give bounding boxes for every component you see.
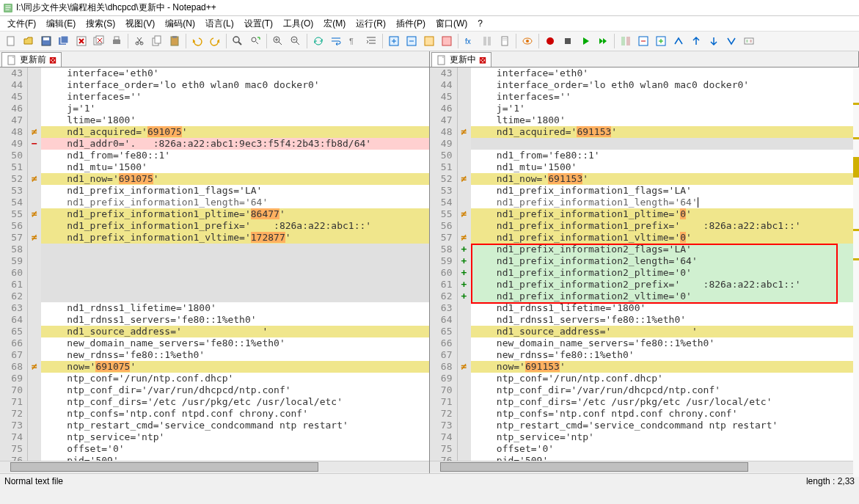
toolbar-cmp4-icon[interactable]: [670, 33, 687, 49]
code-line[interactable]: 45 interfaces='': [0, 91, 429, 103]
code-line[interactable]: 58+ nd1_prefix_information2_flags='LA': [430, 244, 859, 255]
toolbar-cut-icon[interactable]: [131, 33, 147, 49]
toolbar-sync-icon[interactable]: [310, 33, 326, 49]
code-line[interactable]: 73 ntp_restart_cmd='service_condcommand …: [0, 420, 429, 431]
menu-bar[interactable]: 文件(F) 编辑(E) 搜索(S) 视图(V) 编码(N) 语言(L) 设置(T…: [0, 16, 859, 31]
toolbar-docmap-icon[interactable]: [497, 33, 513, 49]
code-line[interactable]: 71 ntp_conf_dirs='/etc /usr/pkg/etc /usr…: [0, 396, 429, 408]
code-line[interactable]: 74 ntp_service='ntp': [0, 431, 429, 443]
menu-window[interactable]: 窗口(W): [431, 16, 472, 32]
code-line[interactable]: 43 interface='eth0': [0, 67, 429, 79]
code-line[interactable]: 68≠ now='691153': [430, 361, 859, 373]
code-line[interactable]: 76 pid='509': [430, 455, 859, 461]
code-line[interactable]: 50 nd1_from='fe80::1': [0, 150, 429, 161]
toolbar-stop-icon[interactable]: [560, 33, 576, 49]
code-line[interactable]: 72 ntp_confs='ntp.conf ntpd.conf chrony.…: [0, 408, 429, 420]
toolbar-cmp2-icon[interactable]: [635, 33, 651, 49]
toolbar-fold-icon[interactable]: [386, 33, 402, 49]
code-line[interactable]: 59+ nd1_prefix_information2_length='64': [430, 255, 859, 267]
code-line[interactable]: 56 nd1_prefix_information1_prefix=' :826…: [430, 220, 859, 232]
toolbar-eye-icon[interactable]: [519, 33, 535, 49]
code-line[interactable]: 73 ntp_restart_cmd='service_condcommand …: [430, 420, 859, 431]
code-line[interactable]: 51 nd1_mtu='1500': [0, 161, 429, 173]
code-line[interactable]: 53 nd1_prefix_information1_flags='LA': [430, 185, 859, 197]
overview-ruler[interactable]: [853, 67, 859, 477]
toolbar-unfold-icon[interactable]: [403, 33, 420, 49]
close-icon[interactable]: ⊠: [479, 55, 486, 65]
toolbar-cmp1-icon[interactable]: [618, 33, 634, 49]
code-line[interactable]: 45 interfaces='': [430, 91, 859, 103]
toolbar-zoomin-icon[interactable]: [270, 33, 286, 49]
toolbar-new-icon[interactable]: [3, 33, 19, 49]
toolbar-fastplay-icon[interactable]: [595, 33, 611, 49]
code-line[interactable]: 43 interface='eth0': [430, 67, 859, 79]
code-line[interactable]: 68≠ now='691075': [0, 361, 429, 373]
close-icon[interactable]: ⊠: [49, 55, 56, 65]
toolbar-copy-icon[interactable]: [149, 33, 165, 49]
toolbar-wrap-icon[interactable]: [328, 33, 344, 49]
code-line[interactable]: 48≠ nd1_acquired='691075': [0, 126, 429, 138]
code-line[interactable]: 48≠ nd1_acquired='691153': [430, 126, 859, 138]
menu-run[interactable]: 运行(R): [351, 16, 390, 32]
code-line[interactable]: 63 nd1_rdnss1_lifetime='1800': [430, 302, 859, 314]
code-line[interactable]: 46 j='1': [0, 103, 429, 114]
menu-language[interactable]: 语言(L): [201, 16, 238, 32]
toolbar-print-icon[interactable]: [109, 33, 125, 49]
menu-search[interactable]: 搜索(S): [81, 16, 120, 32]
toolbar-undo-icon[interactable]: [189, 33, 205, 49]
menu-macro[interactable]: 宏(M): [319, 16, 350, 32]
code-line[interactable]: 50 nd1_from='fe80::1': [430, 150, 859, 161]
code-line[interactable]: 70 ntp_conf_dir='/var/run/dhcpcd/ntp.con…: [430, 384, 859, 396]
tab-right[interactable]: 更新中 ⊠: [431, 52, 491, 67]
code-line[interactable]: 75 offset='0': [430, 443, 859, 455]
toolbar-redo-icon[interactable]: [207, 33, 223, 49]
toolbar-paste-icon[interactable]: [167, 33, 183, 49]
toolbar-sp2-icon[interactable]: [439, 33, 455, 49]
code-line[interactable]: 44 interface_order='lo eth0 wlan0 mac0 d…: [430, 79, 859, 91]
code-line[interactable]: 58: [0, 244, 429, 255]
toolbar-play-icon[interactable]: [577, 33, 593, 49]
code-line[interactable]: 56 nd1_prefix_information1_prefix=' :826…: [0, 220, 429, 232]
toolbar-indent-icon[interactable]: [363, 33, 379, 49]
code-line[interactable]: 52≠ nd1_now='691153': [430, 173, 859, 185]
toolbar-closeall-icon[interactable]: [91, 33, 107, 49]
code-line[interactable]: 55≠ nd1_prefix_information1_pltime='0': [430, 208, 859, 220]
code-line[interactable]: 61: [0, 279, 429, 291]
code-line[interactable]: 44 interface_order='lo eth0 wlan0 mac0 d…: [0, 79, 429, 91]
code-line[interactable]: 71 ntp_conf_dirs='/etc /usr/pkg/etc /usr…: [430, 396, 859, 408]
code-line[interactable]: 47 ltime='1800': [0, 114, 429, 126]
code-line[interactable]: 65 nd1_source_address=' ': [0, 326, 429, 337]
code-line[interactable]: 67 new_rdnss='fe80::1%eth0': [430, 349, 859, 361]
code-line[interactable]: 74 ntp_service='ntp': [430, 431, 859, 443]
toolbar-cmp7-icon[interactable]: [723, 33, 739, 49]
menu-help[interactable]: ?: [473, 17, 487, 30]
code-line[interactable]: 61+ nd1_prefix_information2_prefix=' :82…: [430, 279, 859, 291]
toolbar-saveall-icon[interactable]: [56, 33, 72, 49]
code-line[interactable]: 67 new_rdnss='fe80::1%eth0': [0, 349, 429, 361]
code-line[interactable]: 66 new_domain_name_servers='fe80::1%eth0…: [0, 337, 429, 349]
code-line[interactable]: 57≠ nd1_prefix_information1_vltime='0': [430, 232, 859, 244]
left-editor[interactable]: 43 interface='eth0'44 interface_order='l…: [0, 67, 429, 461]
tab-left[interactable]: 更新前 ⊠: [1, 52, 62, 67]
toolbar-close-icon[interactable]: [73, 33, 89, 49]
code-line[interactable]: 69 ntp_conf='/run/ntp.conf.dhcp': [0, 373, 429, 384]
code-line[interactable]: 52≠ nd1_now='691075': [0, 173, 429, 185]
code-line[interactable]: 51 nd1_mtu='1500': [430, 161, 859, 173]
toolbar-cmp6-icon[interactable]: [706, 33, 722, 49]
toolbar-replace-icon[interactable]: [247, 33, 263, 49]
code-line[interactable]: 60: [0, 267, 429, 279]
toolbar-cmp3-icon[interactable]: [653, 33, 669, 49]
toolbar-allchars-icon[interactable]: ¶: [346, 33, 362, 49]
menu-edit[interactable]: 编辑(E): [42, 16, 80, 32]
code-line[interactable]: 57≠ nd1_prefix_information1_vltime='1728…: [0, 232, 429, 244]
menu-plugins[interactable]: 插件(P): [392, 16, 430, 32]
code-line[interactable]: 62: [0, 291, 429, 302]
code-line[interactable]: 64 nd1_rdnss1_servers='fe80::1%eth0': [430, 314, 859, 326]
code-line[interactable]: 54 nd1_prefix_information1_length='64': [0, 197, 429, 208]
toolbar-zoomout-icon[interactable]: [288, 33, 304, 49]
menu-settings[interactable]: 设置(T): [240, 16, 277, 32]
code-line[interactable]: 49: [430, 138, 859, 150]
code-line[interactable]: 53 nd1_prefix_information1_flags='LA': [0, 185, 429, 197]
menu-file[interactable]: 文件(F): [3, 16, 40, 32]
code-line[interactable]: 76 pid='509': [0, 455, 429, 461]
